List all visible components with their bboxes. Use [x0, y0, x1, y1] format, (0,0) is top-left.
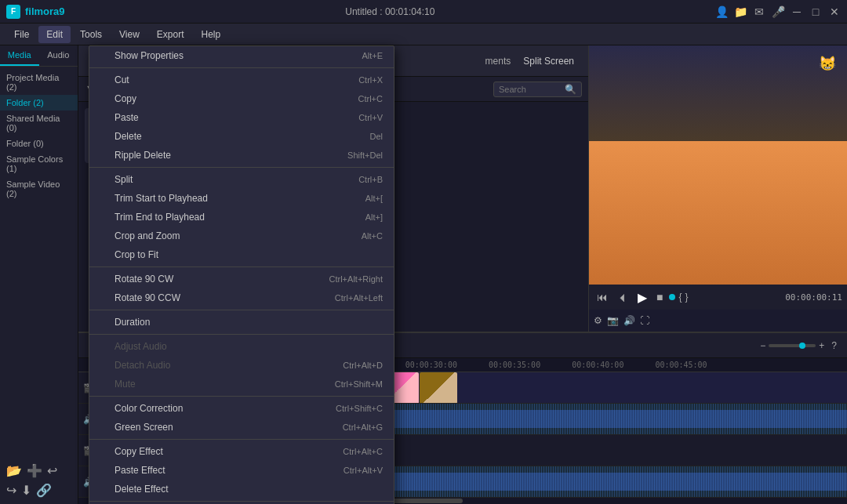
redo-button[interactable]: ↪	[6, 483, 16, 498]
minimize-button[interactable]: ─	[791, 5, 803, 18]
preview-skip-back-button[interactable]: ⏮	[594, 289, 611, 305]
add-media-button[interactable]: ➕	[27, 463, 42, 478]
menu-delete[interactable]: Delete Del	[89, 127, 394, 146]
sidebar-item-folder2[interactable]: Folder (0)	[0, 136, 78, 151]
menu-copy-effect[interactable]: Copy Effect Ctrl+Alt+C	[89, 442, 394, 461]
bracket-right[interactable]: }	[685, 292, 688, 303]
folder-icon[interactable]: 📁	[734, 5, 747, 18]
menu-paste[interactable]: Paste Ctrl+V	[89, 108, 394, 127]
menu-adjust-audio: Adjust Audio	[89, 337, 394, 356]
preview-controls: ⏮ ⏴ ▶ ■ { } 00:00:00:11	[589, 285, 847, 310]
menu-ripple-delete[interactable]: Ripple Delete Shift+Del	[89, 146, 394, 165]
sidebar-item-project-media[interactable]: Project Media (2)	[0, 70, 78, 95]
rotate-cw-shortcut: Ctrl+Alt+Right	[329, 274, 383, 284]
zoom-track	[769, 344, 816, 347]
split-screen-button[interactable]: Split Screen	[515, 53, 582, 70]
close-button[interactable]: ✕	[828, 5, 841, 18]
toolbar-effects-label: ments	[485, 56, 511, 67]
preview-settings-button[interactable]: ⚙	[594, 315, 602, 326]
divider-6	[89, 396, 394, 397]
delete-label: Delete	[115, 131, 354, 142]
menu-trim-end[interactable]: Trim End to Playhead Alt+]	[89, 208, 394, 227]
menu-view[interactable]: View	[111, 26, 147, 43]
menu-crop-zoom[interactable]: Crop and Zoom Alt+C	[89, 227, 394, 245]
menu-file[interactable]: File	[6, 26, 37, 43]
crop-zoom-label: Crop and Zoom	[115, 230, 346, 241]
preview-step-back-button[interactable]: ⏴	[614, 289, 631, 305]
tab-audio[interactable]: Audio	[39, 45, 78, 66]
menu-bar: File Edit Tools View Export Help	[0, 24, 847, 45]
crop-zoom-shortcut: Alt+C	[362, 231, 383, 241]
sidebar-item-sample-colors[interactable]: Sample Colors (1)	[0, 151, 78, 176]
user-icon[interactable]: 👤	[715, 5, 728, 18]
add-folder-button[interactable]: 📂	[6, 463, 22, 478]
menu-delete-effect[interactable]: Delete Effect	[89, 480, 394, 499]
tab-media[interactable]: Media	[0, 45, 39, 66]
menu-cut[interactable]: Cut Ctrl+X	[89, 71, 394, 89]
mic-icon[interactable]: 🎤	[772, 5, 784, 18]
copy-effect-shortcut: Ctrl+Alt+C	[343, 447, 383, 456]
timeline-zoom-slider: − + ?	[760, 339, 841, 353]
menu-rotate-ccw[interactable]: Rotate 90 CCW Ctrl+Alt+Left	[89, 288, 394, 307]
menu-edit[interactable]: Edit	[38, 26, 71, 43]
zoom-out-icon[interactable]: −	[760, 340, 765, 351]
maximize-button[interactable]: □	[809, 5, 822, 18]
ruler-mark-5: 00:00:35:00	[489, 361, 540, 369]
copy-shortcut: Ctrl+C	[358, 94, 383, 103]
divider-4	[89, 310, 394, 310]
paste-effect-shortcut: Ctrl+Alt+V	[344, 466, 383, 475]
menu-export[interactable]: Export	[149, 26, 192, 43]
bracket-left[interactable]: {	[678, 292, 682, 303]
preview-screen: 😸	[589, 45, 847, 285]
preview-stop-button[interactable]: ■	[653, 289, 666, 305]
zoom-in-icon[interactable]: +	[819, 340, 824, 351]
mute-shortcut: Ctrl+Shift+M	[335, 379, 383, 389]
timeline-help-button[interactable]: ?	[827, 339, 841, 353]
mail-icon[interactable]: ✉	[753, 5, 765, 18]
menu-help[interactable]: Help	[194, 26, 229, 43]
color-correction-shortcut: Ctrl+Shift+C	[336, 404, 383, 413]
logo-icon: F	[6, 5, 20, 19]
green-screen-label: Green Screen	[115, 422, 327, 433]
sidebar-item-folder[interactable]: Folder (2)	[0, 95, 78, 111]
rotate-cw-label: Rotate 90 CW	[115, 274, 314, 285]
video-clip-2-8[interactable]	[420, 372, 457, 403]
menu-split[interactable]: Split Ctrl+B	[89, 170, 394, 189]
undo-button[interactable]: ↩	[47, 463, 57, 478]
delete-effect-label: Delete Effect	[115, 484, 367, 495]
search-input[interactable]	[499, 85, 562, 94]
import-button[interactable]: ⬇	[21, 483, 31, 498]
copy-effect-label: Copy Effect	[115, 446, 327, 457]
preview-panel: 😸 ⏮ ⏴ ▶ ■ { } 00:00:00:11 ⚙ 📷 🔊	[588, 45, 847, 332]
menu-show-properties[interactable]: Show Properties Alt+E	[89, 46, 394, 65]
paste-label: Paste	[115, 112, 343, 123]
menu-crop-fit[interactable]: Crop to Fit	[89, 245, 394, 264]
trim-end-shortcut: Alt+]	[365, 212, 383, 222]
menu-green-screen[interactable]: Green Screen Ctrl+Alt+G	[89, 418, 394, 437]
menu-duration[interactable]: Duration	[89, 313, 394, 332]
copy-label: Copy	[115, 93, 343, 104]
preview-play-button[interactable]: ▶	[634, 288, 650, 306]
preview-fullscreen-button[interactable]: ⛶	[640, 315, 649, 326]
sidebar-item-shared-media[interactable]: Shared Media (0)	[0, 111, 78, 136]
menu-rotate-cw[interactable]: Rotate 90 CW Ctrl+Alt+Right	[89, 270, 394, 288]
split-shortcut: Ctrl+B	[358, 175, 383, 184]
menu-copy[interactable]: Copy Ctrl+C	[89, 89, 394, 108]
zoom-thumb[interactable]	[799, 343, 805, 349]
menu-tools[interactable]: Tools	[72, 26, 110, 43]
search-icon: 🔍	[565, 84, 576, 95]
preview-volume-button[interactable]: 🔊	[623, 315, 635, 326]
rotate-ccw-shortcut: Ctrl+Alt+Left	[335, 293, 383, 303]
title-bar: F filmora9 Untitled : 00:01:04:10 👤 📁 ✉ …	[0, 0, 847, 24]
cut-shortcut: Ctrl+X	[358, 75, 383, 85]
preview-screenshot-button[interactable]: 📷	[607, 315, 619, 326]
menu-trim-start[interactable]: Trim Start to Playhead Alt+[	[89, 189, 394, 208]
rotate-ccw-label: Rotate 90 CCW	[115, 292, 319, 303]
color-correction-label: Color Correction	[115, 403, 320, 414]
sidebar-item-sample-video[interactable]: Sample Video (2)	[0, 176, 78, 201]
divider-3	[89, 267, 394, 267]
menu-paste-effect[interactable]: Paste Effect Ctrl+Alt+V	[89, 461, 394, 480]
crop-fit-label: Crop to Fit	[115, 249, 367, 260]
link-button[interactable]: 🔗	[36, 483, 52, 498]
menu-color-correction[interactable]: Color Correction Ctrl+Shift+C	[89, 399, 394, 418]
